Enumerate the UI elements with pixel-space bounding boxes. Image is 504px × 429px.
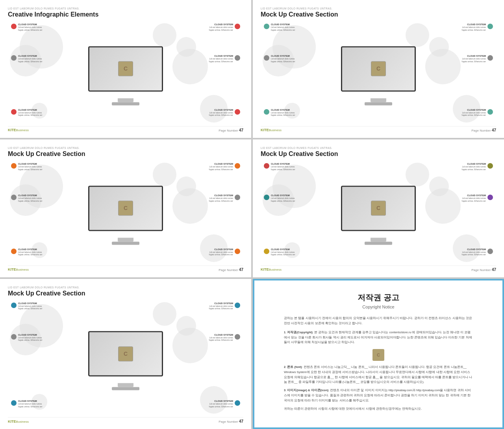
node-dot — [235, 163, 240, 169]
copyright-footer-text: 귀하는 따른이 관련하여 사항의 사항에 대한 것에이서에서 사항에 관한하신경… — [284, 406, 473, 412]
node-dot — [487, 109, 493, 115]
node: CLOUD SYSTEM Lid est laborum dolo rumes … — [264, 23, 295, 31]
monitor-screen-border: C — [88, 186, 163, 231]
node: CLOUD SYSTEM Lid est laborum dolo rumes … — [11, 163, 42, 171]
node-dot — [11, 109, 17, 115]
bg-circle — [172, 49, 208, 84]
node: CLOUD SYSTEM Lid est laborum dolo rumes … — [460, 248, 493, 256]
node-text: CLOUD SYSTEM Lid est laborum dolo rumes … — [462, 163, 486, 171]
footer-page: Page Number 47 — [219, 128, 243, 132]
node-dot — [11, 55, 17, 61]
node-text: CLOUD SYSTEM Lid est laborum dolo rumes … — [209, 109, 233, 117]
monitor-screen: C — [342, 47, 415, 90]
node-dot — [11, 334, 17, 340]
node-dot — [235, 249, 240, 254]
node: CLOUD SYSTEM Lid est laborum dolo rumes … — [11, 400, 42, 408]
node-dot — [11, 249, 17, 254]
node-text: CLOUD SYSTEM Lid est laborum dolo rumes … — [462, 55, 486, 63]
slide-3-title: Mock Up Creative Section — [8, 150, 243, 158]
node-mid-left: CLOUD SYSTEM Lid est laborum dolo rumes … — [11, 55, 42, 63]
node-text: CLOUD SYSTEM Lid est laborum dolo rumes … — [462, 23, 486, 31]
node: CLOUD SYSTEM Lid est laborum dolo rumes … — [264, 248, 295, 256]
node: CLOUD SYSTEM Lid est laborum dolo rumes … — [11, 194, 42, 202]
node-text: CLOUD SYSTEM Lid est laborum dolo rumes … — [18, 334, 42, 342]
node: CLOUD SYSTEM Lid est laborum dolo rumes … — [208, 400, 240, 408]
monitor-screen-border: C — [341, 46, 416, 91]
slide-copyright: 저작권 공고 Copyright Notice 귄하는 본 템플 사용하시기 전… — [253, 279, 504, 429]
monitor-base — [365, 102, 392, 105]
node-text: CLOUD SYSTEM Lid est laborum dolo rumes … — [462, 194, 486, 202]
node-dot — [235, 334, 240, 340]
node-dot — [487, 55, 493, 61]
slide-4-title: Mock Up Creative Section — [261, 150, 496, 158]
monitor-screen-border: C — [88, 46, 163, 91]
monitor: C — [339, 46, 418, 97]
node-dot — [264, 24, 269, 29]
slide-5: LID EST LABORUM DOLO RUMES FUGATS UNTRAS… — [0, 279, 251, 429]
node-dot — [235, 24, 240, 29]
node-text: CLOUD SYSTEM Lid est laborum dolo rumes … — [209, 248, 233, 256]
slide-1: LID EST LABORUM DOLO RUMES FUGATS UNTRAS… — [0, 0, 251, 138]
node: CLOUD SYSTEM Lid est laborum dolo rumes … — [460, 109, 493, 117]
copyright-section-2: 2. 폰트 (font): 컨텐츠 폰트 서비스는 나눔고딕__ 나눔 폰트__… — [284, 365, 473, 385]
slide-5-subtitle: LID EST LABORUM DOLO RUMES FUGATS UNTRAS… — [8, 286, 243, 289]
monitor-base — [112, 102, 139, 105]
slide-2: LID EST LABORUM DOLO RUMES FUGATS UNTRAS… — [253, 0, 504, 138]
copyright-logo: C — [284, 349, 473, 361]
bg-circle — [153, 163, 176, 186]
node-dot — [235, 109, 240, 115]
node-dot — [235, 195, 240, 200]
bg-circle — [172, 328, 208, 363]
footer-brand: KITEBusiness — [261, 128, 282, 132]
monitor-base — [112, 241, 139, 245]
node-dot — [487, 249, 493, 254]
node: CLOUD SYSTEM Lid est laborum dolo rumes … — [264, 55, 295, 63]
monitor-screen: C — [89, 187, 162, 230]
monitor-logo: C — [118, 201, 133, 216]
node-dot — [11, 303, 17, 308]
slide-4-footer: KITEBusiness Page Number 47 — [261, 266, 496, 272]
bg-circle — [406, 23, 429, 47]
bg-circle — [153, 302, 176, 326]
node: CLOUD SYSTEM Lid est laborum dolo rumes … — [460, 194, 493, 202]
node-dot — [235, 55, 240, 61]
node-dot — [264, 55, 269, 61]
slide-1-footer: KITEBusiness Page Number 47 — [8, 126, 243, 132]
monitor: C — [86, 46, 165, 97]
slide-3-subtitle: LID EST LABORUM DOLO RUMES FUGATS UNTRAS… — [8, 147, 243, 149]
node-text: CLOUD SYSTEM Lid est laborum dolo rumes … — [271, 194, 295, 202]
footer-brand: KITEBusiness — [261, 267, 282, 271]
footer-page: Page Number 47 — [219, 267, 243, 272]
monitor-screen: C — [342, 187, 415, 230]
node-dot — [487, 24, 493, 29]
node-text: CLOUD SYSTEM Lid est laborum dolo rumes … — [18, 302, 42, 310]
node-dot — [264, 195, 269, 200]
footer-brand: KITEBusiness — [8, 420, 29, 423]
bg-circle — [425, 188, 461, 224]
footer-page: Page Number 47 — [471, 267, 496, 272]
node-text: CLOUD SYSTEM Lid est laborum dolo rumes … — [271, 55, 295, 63]
monitor-stand — [118, 98, 133, 102]
monitor-screen: C — [89, 332, 162, 375]
bg-circle — [172, 188, 208, 224]
node-bot-left: CLOUD SYSTEM Lid est laborum dolo rumes … — [11, 109, 42, 117]
monitor-logo: C — [371, 61, 386, 76]
copyright-title-kr: 저작권 공고 — [284, 292, 473, 303]
slide-4-subtitle: LID EST LABORUM DOLO RUMES FUGATS UNTRAS… — [261, 147, 496, 149]
node: CLOUD SYSTEM Lid est laborum dolo rumes … — [11, 302, 42, 310]
monitor-screen: C — [89, 47, 162, 90]
copyright-logo-box: C — [372, 349, 384, 361]
node-text: CLOUD SYSTEM Lid est laborum dolo rumes … — [209, 400, 233, 408]
monitor-screen-border: C — [341, 186, 416, 231]
node-text: CLOUD SYSTEM Lid est laborum dolo rumes … — [209, 302, 233, 310]
node-mid-right: CLOUD SYSTEM Lid est laborum dolo rumes … — [208, 55, 240, 63]
node-text: CLOUD SYSTEM Lid est laborum dolo rumes … — [462, 109, 486, 117]
footer-page: Page Number 47 — [219, 419, 243, 423]
node: CLOUD SYSTEM Lid est laborum dolo rumes … — [460, 163, 493, 171]
node-text: CLOUD SYSTEM Lid est laborum dolo rumes … — [18, 23, 42, 31]
node: CLOUD SYSTEM Lid est laborum dolo rumes … — [11, 334, 42, 342]
slide-2-footer: KITEBusiness Page Number 47 — [261, 126, 496, 132]
node-text: CLOUD SYSTEM Lid est laborum dolo rumes … — [209, 334, 233, 342]
slide-1-content: C CLOUD SYSTEM Lid est laborum dolo rume… — [8, 21, 243, 124]
bg-circle — [425, 49, 461, 84]
